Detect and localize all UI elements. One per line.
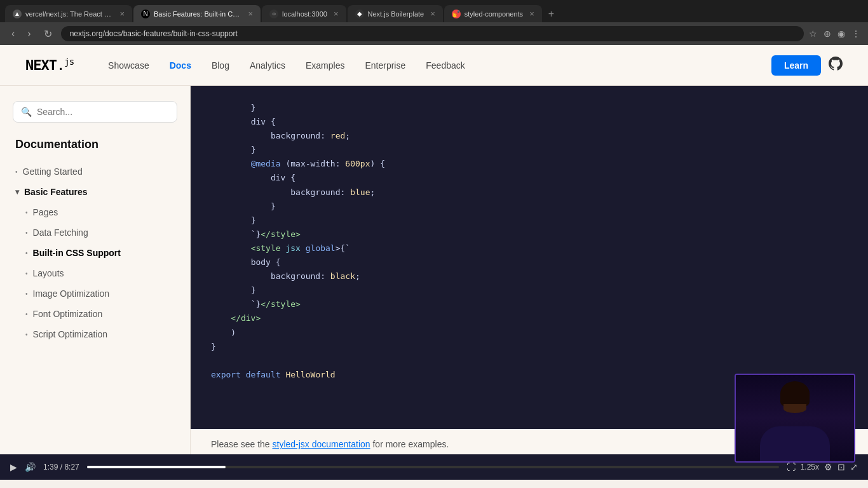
- nav-docs[interactable]: Docs: [161, 55, 200, 76]
- address-bar: ‹ › ↻ ☆ ⊕ ◉ ⋮: [0, 22, 868, 45]
- profile-icon[interactable]: ◉: [837, 29, 845, 39]
- expand-icon[interactable]: ⤢: [850, 462, 858, 472]
- sidebar-item-getting-started[interactable]: • Getting Started: [13, 161, 177, 182]
- bottom-text-prefix: Please see the: [211, 439, 273, 449]
- tab-title-2: Basic Features: Built-in CSS S...: [154, 10, 241, 18]
- bookmark-icon[interactable]: ☆: [809, 29, 817, 39]
- logo: NEXT.js: [25, 57, 74, 73]
- bullet-icon: •: [25, 331, 28, 338]
- refresh-button[interactable]: ↻: [40, 27, 56, 41]
- bullet-icon: •: [25, 311, 28, 318]
- back-button[interactable]: ‹: [8, 27, 18, 41]
- forward-button[interactable]: ›: [24, 27, 34, 41]
- nav-showcase[interactable]: Showcase: [99, 55, 158, 76]
- sidebar-label: Layouts: [33, 268, 64, 278]
- sidebar-label: Image Optimization: [33, 288, 110, 299]
- sidebar-item-font-optimization[interactable]: • Font Optimization: [23, 304, 177, 324]
- styled-jsx-link[interactable]: styled-jsx documentation: [273, 439, 370, 449]
- nav-feedback[interactable]: Feedback: [417, 55, 473, 76]
- main-nav: Showcase Docs Blog Analytics Examples En…: [99, 55, 761, 76]
- sidebar-sub-items: • Pages • Data Fetching • Built-in CSS S…: [13, 202, 177, 344]
- new-tab-button[interactable]: +: [543, 6, 559, 22]
- time-current: 1:39: [43, 463, 58, 471]
- bullet-icon: •: [15, 168, 18, 175]
- nav-enterprise[interactable]: Enterprise: [356, 55, 414, 76]
- nav-blog[interactable]: Blog: [203, 55, 238, 76]
- tab-close-2[interactable]: ×: [248, 9, 253, 18]
- search-input[interactable]: [37, 107, 169, 117]
- speed-badge[interactable]: 1.25x: [801, 463, 819, 471]
- sidebar-label: Pages: [33, 207, 58, 217]
- sidebar-item-data-fetching[interactable]: • Data Fetching: [23, 222, 177, 243]
- sidebar-label: Script Optimization: [33, 329, 107, 339]
- sidebar-label: Font Optimization: [33, 309, 103, 319]
- nav-examples[interactable]: Examples: [297, 55, 353, 76]
- pip-icon[interactable]: ⊡: [837, 462, 845, 472]
- progress-bar[interactable]: [87, 466, 779, 468]
- menu-icon[interactable]: ⋮: [851, 29, 860, 39]
- url-input[interactable]: [61, 26, 804, 41]
- tab-2[interactable]: N Basic Features: Built-in CSS S... ×: [133, 5, 261, 22]
- tab-title-3: localhost:3000: [282, 10, 327, 18]
- time-total: 8:27: [64, 463, 79, 471]
- video-overlay: [735, 374, 855, 463]
- tab-3[interactable]: ○ localhost:3000 ×: [262, 5, 346, 22]
- chevron-down-icon: ▾: [15, 187, 19, 196]
- tab-4[interactable]: ◆ Next.js Boilerplate ×: [348, 5, 443, 22]
- search-box[interactable]: 🔍: [13, 101, 177, 123]
- settings-icon[interactable]: ⚙: [824, 462, 832, 472]
- fullscreen-icon[interactable]: ⛶: [787, 462, 796, 472]
- nav-analytics[interactable]: Analytics: [241, 55, 294, 76]
- github-icon[interactable]: [829, 57, 843, 74]
- video-face: [736, 375, 854, 461]
- bullet-icon: •: [25, 209, 28, 216]
- sidebar-label: Data Fetching: [33, 227, 88, 238]
- sidebar-item-pages[interactable]: • Pages: [23, 202, 177, 222]
- sidebar-label: Getting Started: [23, 166, 83, 177]
- browser-window: ▲ vercel/next.js: The React Fran... × N …: [0, 0, 868, 45]
- volume-button[interactable]: 🔊: [25, 462, 36, 472]
- sidebar-item-built-in-css[interactable]: • Built-in CSS Support: [23, 243, 177, 263]
- sidebar-label: Basic Features: [24, 187, 88, 197]
- address-bar-icons: ☆ ⊕ ◉ ⋮: [809, 29, 860, 39]
- sidebar: 🔍 Documentation • Getting Started ▾ Basi…: [0, 86, 191, 454]
- sidebar-item-layouts[interactable]: • Layouts: [23, 263, 177, 283]
- tab-title-1: vercel/next.js: The React Fran...: [25, 10, 113, 18]
- site-header: NEXT.js Showcase Docs Blog Analytics Exa…: [0, 45, 868, 86]
- control-icons: ⛶ 1.25x ⚙ ⊡ ⤢: [787, 462, 858, 472]
- play-button[interactable]: ▶: [10, 462, 17, 472]
- sidebar-item-image-optimization[interactable]: • Image Optimization: [23, 283, 177, 304]
- logo-sub: .: [57, 58, 64, 74]
- learn-button[interactable]: Learn: [771, 55, 821, 76]
- sidebar-item-script-optimization[interactable]: • Script Optimization: [23, 324, 177, 344]
- tab-close-5[interactable]: ×: [529, 9, 534, 18]
- tab-5[interactable]: 💅 styled-components ×: [444, 5, 542, 22]
- tab-close-3[interactable]: ×: [334, 9, 339, 18]
- tab-title-5: styled-components: [465, 10, 523, 18]
- tab-close-1[interactable]: ×: [119, 9, 125, 18]
- bullet-icon: •: [25, 229, 28, 236]
- sidebar-label: Built-in CSS Support: [33, 248, 121, 258]
- search-icon: 🔍: [21, 107, 32, 117]
- progress-fill: [87, 466, 226, 468]
- tab-1[interactable]: ▲ vercel/next.js: The React Fran... ×: [5, 5, 132, 22]
- bullet-icon: •: [25, 290, 28, 297]
- time-display: 1:39 / 8:27: [43, 463, 79, 471]
- extensions-icon[interactable]: ⊕: [824, 29, 831, 39]
- bullet-icon: •: [25, 270, 28, 277]
- sidebar-item-basic-features[interactable]: ▾ Basic Features: [13, 182, 177, 202]
- sidebar-section-title: Documentation: [13, 138, 177, 151]
- bullet-icon: •: [25, 250, 28, 257]
- bottom-text-suffix: for more examples.: [370, 439, 449, 449]
- tab-title-4: Next.js Boilerplate: [368, 10, 424, 18]
- tab-bar: ▲ vercel/next.js: The React Fran... × N …: [0, 0, 868, 22]
- tab-close-4[interactable]: ×: [430, 9, 435, 18]
- code-pre: } div { background: red; } @media (max-w…: [211, 101, 848, 382]
